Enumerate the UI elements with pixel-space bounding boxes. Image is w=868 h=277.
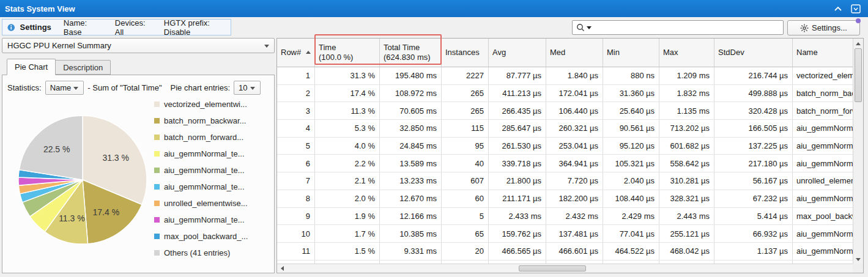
legend-swatch <box>154 118 160 124</box>
table-row[interactable]: 72.1 %13.233 ms60721.800 µs7.720 µs2.040… <box>277 172 853 190</box>
column-header-total-time[interactable]: Total Time(624.830 ms) <box>380 39 442 67</box>
horizontal-scrollbar[interactable] <box>277 264 863 273</box>
table-cell: 1.7 % <box>315 225 380 242</box>
scroll-left-arrow-icon[interactable] <box>278 264 286 273</box>
table-cell: 182.200 µs <box>546 190 603 207</box>
scroll-down-arrow-icon[interactable] <box>853 255 863 264</box>
legend-item: Others (41 entries) <box>154 245 248 261</box>
table-cell: 265 <box>442 85 489 102</box>
table-row[interactable]: 101.7 %10.385 ms65159.762 µs137.481 µs77… <box>277 225 853 243</box>
column-header-stddev[interactable]: StdDev <box>714 39 793 67</box>
collapse-panel-button[interactable] <box>834 6 842 12</box>
table-cell: 31.3 % <box>315 67 380 84</box>
table-cell: 607 <box>442 172 489 190</box>
table-cell: 159.762 µs <box>489 225 546 242</box>
table-cell: 2.2 % <box>315 155 380 172</box>
table-row[interactable]: 45.3 %32.850 ms115285.647 µs260.321 µs90… <box>277 120 853 138</box>
legend-swatch <box>154 250 160 256</box>
entries-dropdown[interactable]: 10 <box>234 81 260 95</box>
search-options-caret-icon[interactable] <box>587 26 592 29</box>
table-cell: 2.432 ms <box>546 208 603 225</box>
statistics-label: Statistics: <box>7 83 42 92</box>
tab-pie-chart[interactable]: Pie Chart <box>7 59 56 75</box>
column-header-min[interactable]: Min <box>603 39 659 67</box>
sum-of-label: - Sum of "Total Time" <box>87 83 161 92</box>
table-cell: 12.166 ms <box>380 208 442 225</box>
scroll-up-arrow-icon[interactable] <box>853 39 863 48</box>
legend-swatch <box>154 201 160 206</box>
statistics-row: Statistics: Name - Sum of "Total Time" P… <box>7 81 264 95</box>
kernel-summary-value: HGGC PPU Kernel Summary <box>7 41 111 50</box>
table-cell: 266.435 µs <box>489 102 546 119</box>
table-cell: 2.1 % <box>315 172 380 190</box>
column-header-med[interactable]: Med <box>546 39 603 67</box>
table-cell: 108.440 µs <box>603 190 659 207</box>
table-cell: 7 <box>277 172 315 190</box>
table-row[interactable]: 54.0 %24.845 ms95261.530 µs253.041 µs95.… <box>277 138 853 155</box>
column-header-time[interactable]: Time(100.0 %) <box>315 39 380 67</box>
table-cell: 17.4 % <box>315 85 380 102</box>
table-cell: 253.041 µs <box>546 138 603 155</box>
legend-label: max_pool_backward_... <box>164 232 248 241</box>
legend-label: batch_norm_backwar... <box>164 116 246 125</box>
table-header: Row#Time(100.0 %)Total Time(624.830 ms)I… <box>277 39 853 67</box>
chevron-down-icon <box>73 87 78 90</box>
search-input[interactable] <box>594 21 783 34</box>
table-cell: 95.120 µs <box>603 138 659 155</box>
table-row[interactable]: 131.3 %195.480 ms222787.777 µs1.840 µs88… <box>277 67 853 85</box>
column-header-avg[interactable]: Avg <box>489 39 546 67</box>
table-cell: 172.041 µs <box>546 85 603 102</box>
entries-label: Pie chart entries: <box>171 83 231 92</box>
table-cell: 2.443 ms <box>659 208 714 225</box>
table-cell: 4.0 % <box>315 138 380 155</box>
statistics-dropdown[interactable]: Name <box>45 81 84 95</box>
column-header-max[interactable]: Max <box>659 39 714 67</box>
stats-system-view-window: Stats System View Settings Name: Base De… <box>0 0 868 277</box>
table-cell: 56.167 µs <box>714 172 793 190</box>
table-row[interactable]: 217.4 %108.972 ms265411.213 µs172.041 µs… <box>277 85 853 103</box>
table-cell: 339.718 µs <box>489 155 546 172</box>
tab-description[interactable]: Description <box>56 60 111 75</box>
table-cell: 1.840 µs <box>546 67 603 84</box>
table-cell: 5.414 µs <box>714 208 793 225</box>
column-header-row-[interactable]: Row# <box>277 39 315 67</box>
horizontal-scrollbar-thumb[interactable] <box>519 265 586 271</box>
table-cell: 70.605 ms <box>380 102 442 119</box>
vertical-scrollbar[interactable] <box>853 39 863 264</box>
table-row[interactable]: 62.2 %13.589 ms40339.718 µs364.941 µs105… <box>277 155 853 172</box>
kernel-summary-dropdown[interactable]: HGGC PPU Kernel Summary <box>2 38 275 53</box>
column-header-instances[interactable]: Instances <box>442 39 489 67</box>
table-cell: batch_norm_forward <box>793 102 853 119</box>
table-row[interactable]: 82.0 %12.670 ms60211.171 µs182.200 µs108… <box>277 190 853 208</box>
legend-label: aiu_gemmNormal_te... <box>164 166 245 175</box>
entries-value: 10 <box>239 83 247 92</box>
window-titlebar: Stats System View <box>0 0 868 17</box>
search-box[interactable] <box>572 20 784 35</box>
vertical-scrollbar-thumb[interactable] <box>855 48 862 102</box>
table-cell: 5.3 % <box>315 120 380 137</box>
table-cell: 20 <box>442 243 489 260</box>
legend-swatch <box>154 102 160 107</box>
table-cell: 12.670 ms <box>380 190 442 207</box>
table-row[interactable]: 111.5 %9.331 ms20466.565 µs466.601 µs464… <box>277 243 853 260</box>
table-cell: 211.171 µs <box>489 190 546 207</box>
table-row[interactable]: 91.9 %12.166 ms52.433 ms2.432 ms2.429 ms… <box>277 208 853 226</box>
table-cell: aiu_gemmNormal_te <box>793 190 853 207</box>
legend-swatch <box>154 135 160 140</box>
settings-button[interactable]: Settings... <box>787 20 860 35</box>
table-cell: aiu_gemmNormal_te <box>793 243 853 260</box>
table-row[interactable]: 311.3 %70.605 ms265266.435 µs106.440 µs2… <box>277 102 853 120</box>
chevron-down-icon <box>264 45 269 48</box>
scrollbar-corner <box>853 264 863 273</box>
table-cell: 4 <box>277 120 315 137</box>
column-header-name[interactable]: Name <box>793 39 853 67</box>
setting-hgtx-prefix: HGTX prefix: Disable <box>164 18 231 37</box>
table-cell: 31.360 µs <box>603 85 659 102</box>
table-cell: batch_norm_backward <box>793 85 853 102</box>
panel-menu-button[interactable] <box>851 4 861 13</box>
search-icon <box>576 23 585 32</box>
legend-item: aiu_gemmNormal_te... <box>154 212 248 228</box>
table-cell: 32.850 ms <box>380 120 442 137</box>
chevron-up-icon <box>834 6 842 12</box>
legend-item: aiu_gemmNormal_te... <box>154 146 248 162</box>
